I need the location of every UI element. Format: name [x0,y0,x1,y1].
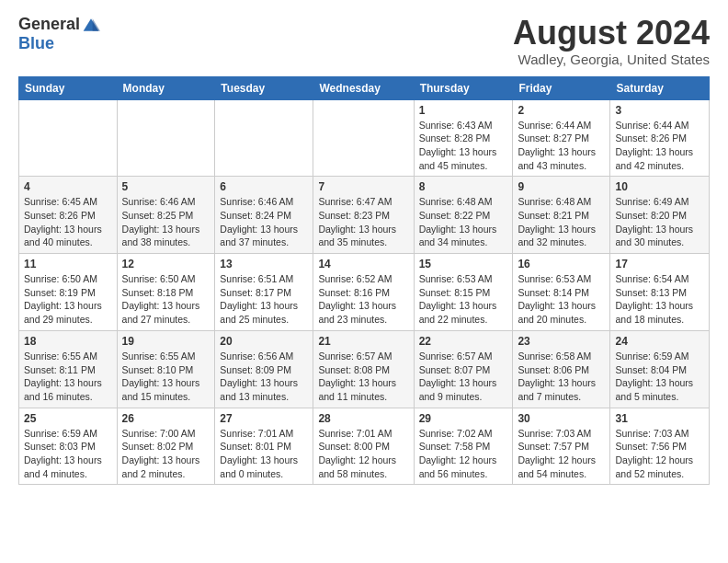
calendar: SundayMondayTuesdayWednesdayThursdayFrid… [18,76,710,486]
svg-marker-1 [93,18,100,30]
calendar-cell: 14Sunrise: 6:52 AMSunset: 8:16 PMDayligh… [313,254,414,331]
calendar-cell: 4Sunrise: 6:45 AMSunset: 8:26 PMDaylight… [19,177,118,254]
calendar-cell: 26Sunrise: 7:00 AMSunset: 8:02 PMDayligh… [117,408,215,485]
calendar-cell [313,99,414,177]
calendar-cell: 5Sunrise: 6:46 AMSunset: 8:25 PMDaylight… [117,177,215,254]
cell-day-number: 19 [122,335,210,348]
cell-info: Sunrise: 7:03 AMSunset: 7:57 PMDaylight:… [518,427,605,481]
calendar-cell: 28Sunrise: 7:01 AMSunset: 8:00 PMDayligh… [313,408,414,485]
cell-info: Sunrise: 6:45 AMSunset: 8:26 PMDaylight:… [24,195,112,249]
cell-info: Sunrise: 6:58 AMSunset: 8:06 PMDaylight:… [518,350,605,404]
cell-day-number: 11 [24,258,112,270]
cell-info: Sunrise: 6:43 AMSunset: 8:28 PMDaylight:… [419,119,508,173]
page: General Blue August 2024 Wadley, Georgia… [0,0,728,500]
subtitle: Wadley, Georgia, United States [513,52,710,67]
cell-info: Sunrise: 6:57 AMSunset: 8:07 PMDaylight:… [419,350,508,404]
cell-info: Sunrise: 6:48 AMSunset: 8:21 PMDaylight:… [518,195,605,249]
cell-day-number: 7 [318,180,408,193]
cell-info: Sunrise: 6:55 AMSunset: 8:10 PMDaylight:… [122,350,210,404]
weekday-header-tuesday: Tuesday [215,76,313,99]
cell-day-number: 13 [220,258,308,270]
calendar-week-1: 1Sunrise: 6:43 AMSunset: 8:28 PMDaylight… [19,99,710,177]
cell-day-number: 20 [220,335,308,348]
calendar-cell: 17Sunrise: 6:54 AMSunset: 8:13 PMDayligh… [610,254,710,331]
calendar-cell: 29Sunrise: 7:02 AMSunset: 7:58 PMDayligh… [414,408,513,485]
cell-day-number: 22 [419,335,508,348]
cell-info: Sunrise: 6:51 AMSunset: 8:17 PMDaylight:… [220,272,308,327]
header: General Blue August 2024 Wadley, Georgia… [18,15,710,67]
cell-day-number: 30 [518,412,605,425]
calendar-cell: 2Sunrise: 6:44 AMSunset: 8:27 PMDaylight… [513,99,610,177]
logo-general: General [18,15,80,34]
logo: General Blue [18,15,100,53]
cell-info: Sunrise: 7:02 AMSunset: 7:58 PMDaylight:… [419,427,508,481]
cell-day-number: 3 [615,104,704,117]
cell-day-number: 14 [318,258,408,270]
cell-info: Sunrise: 6:49 AMSunset: 8:20 PMDaylight:… [615,195,704,249]
cell-day-number: 24 [615,335,704,348]
cell-info: Sunrise: 7:01 AMSunset: 8:00 PMDaylight:… [318,427,408,481]
calendar-cell: 19Sunrise: 6:55 AMSunset: 8:10 PMDayligh… [117,330,215,408]
cell-day-number: 5 [122,180,210,193]
cell-day-number: 25 [24,412,112,425]
calendar-cell: 23Sunrise: 6:58 AMSunset: 8:06 PMDayligh… [513,330,610,408]
cell-day-number: 23 [518,335,605,348]
cell-day-number: 1 [419,104,508,117]
cell-day-number: 10 [615,180,704,193]
calendar-cell: 7Sunrise: 6:47 AMSunset: 8:23 PMDaylight… [313,177,414,254]
weekday-header-saturday: Saturday [610,76,710,99]
cell-day-number: 15 [419,258,508,270]
cell-day-number: 12 [122,258,210,270]
calendar-week-2: 4Sunrise: 6:45 AMSunset: 8:26 PMDaylight… [19,177,710,254]
cell-day-number: 27 [220,412,308,425]
cell-day-number: 17 [615,258,704,270]
calendar-week-4: 18Sunrise: 6:55 AMSunset: 8:11 PMDayligh… [19,330,710,408]
calendar-cell: 1Sunrise: 6:43 AMSunset: 8:28 PMDaylight… [414,99,513,177]
logo-blue: Blue [18,34,54,53]
calendar-cell: 16Sunrise: 6:53 AMSunset: 8:14 PMDayligh… [513,254,610,331]
calendar-cell: 31Sunrise: 7:03 AMSunset: 7:56 PMDayligh… [610,408,710,485]
cell-info: Sunrise: 6:55 AMSunset: 8:11 PMDaylight:… [24,350,112,404]
calendar-cell [215,99,313,177]
calendar-cell: 13Sunrise: 6:51 AMSunset: 8:17 PMDayligh… [215,254,313,331]
cell-info: Sunrise: 6:53 AMSunset: 8:14 PMDaylight:… [518,272,605,327]
calendar-cell: 30Sunrise: 7:03 AMSunset: 7:57 PMDayligh… [513,408,610,485]
calendar-cell [117,99,215,177]
cell-day-number: 6 [220,180,308,193]
calendar-cell: 12Sunrise: 6:50 AMSunset: 8:18 PMDayligh… [117,254,215,331]
calendar-cell: 3Sunrise: 6:44 AMSunset: 8:26 PMDaylight… [610,99,710,177]
calendar-cell: 27Sunrise: 7:01 AMSunset: 8:01 PMDayligh… [215,408,313,485]
cell-info: Sunrise: 6:44 AMSunset: 8:27 PMDaylight:… [518,119,605,173]
calendar-cell: 9Sunrise: 6:48 AMSunset: 8:21 PMDaylight… [513,177,610,254]
cell-info: Sunrise: 6:44 AMSunset: 8:26 PMDaylight:… [615,119,704,173]
main-title: August 2024 [513,15,710,52]
calendar-cell: 11Sunrise: 6:50 AMSunset: 8:19 PMDayligh… [19,254,118,331]
cell-info: Sunrise: 6:48 AMSunset: 8:22 PMDaylight:… [419,195,508,249]
cell-info: Sunrise: 6:46 AMSunset: 8:25 PMDaylight:… [122,195,210,249]
calendar-cell: 15Sunrise: 6:53 AMSunset: 8:15 PMDayligh… [414,254,513,331]
weekday-header-friday: Friday [513,76,610,99]
logo-icon [82,16,100,34]
cell-day-number: 4 [24,180,112,193]
calendar-cell: 20Sunrise: 6:56 AMSunset: 8:09 PMDayligh… [215,330,313,408]
calendar-cell: 24Sunrise: 6:59 AMSunset: 8:04 PMDayligh… [610,330,710,408]
weekday-header-thursday: Thursday [414,76,513,99]
cell-info: Sunrise: 6:57 AMSunset: 8:08 PMDaylight:… [318,350,408,404]
cell-day-number: 26 [122,412,210,425]
cell-info: Sunrise: 6:47 AMSunset: 8:23 PMDaylight:… [318,195,408,249]
cell-day-number: 2 [518,104,605,117]
cell-info: Sunrise: 7:01 AMSunset: 8:01 PMDaylight:… [220,427,308,481]
cell-info: Sunrise: 7:03 AMSunset: 7:56 PMDaylight:… [615,427,704,481]
cell-info: Sunrise: 6:46 AMSunset: 8:24 PMDaylight:… [220,195,308,249]
cell-info: Sunrise: 6:56 AMSunset: 8:09 PMDaylight:… [220,350,308,404]
cell-day-number: 9 [518,180,605,193]
cell-info: Sunrise: 6:50 AMSunset: 8:18 PMDaylight:… [122,272,210,327]
cell-day-number: 16 [518,258,605,270]
cell-day-number: 31 [615,412,704,425]
cell-info: Sunrise: 6:59 AMSunset: 8:03 PMDaylight:… [24,427,112,481]
weekday-header-monday: Monday [117,76,215,99]
calendar-cell: 21Sunrise: 6:57 AMSunset: 8:08 PMDayligh… [313,330,414,408]
calendar-cell: 18Sunrise: 6:55 AMSunset: 8:11 PMDayligh… [19,330,118,408]
calendar-cell [19,99,118,177]
calendar-week-5: 25Sunrise: 6:59 AMSunset: 8:03 PMDayligh… [19,408,710,485]
